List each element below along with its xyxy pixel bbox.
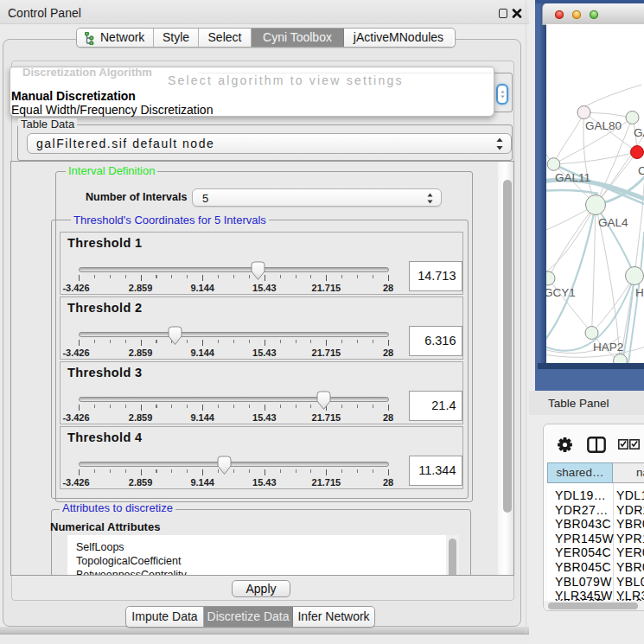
svg-text:GAL80: GAL80 — [585, 119, 622, 132]
svg-text:HAP2: HAP2 — [593, 341, 623, 354]
svg-text:GAL4: GAL4 — [598, 216, 628, 229]
svg-text:C: C — [638, 164, 644, 177]
svg-text:H: H — [635, 286, 644, 299]
svg-text:GAL11: GAL11 — [555, 171, 590, 184]
svg-text:GA: GA — [634, 126, 644, 139]
svg-text:GCY1: GCY1 — [546, 286, 576, 299]
